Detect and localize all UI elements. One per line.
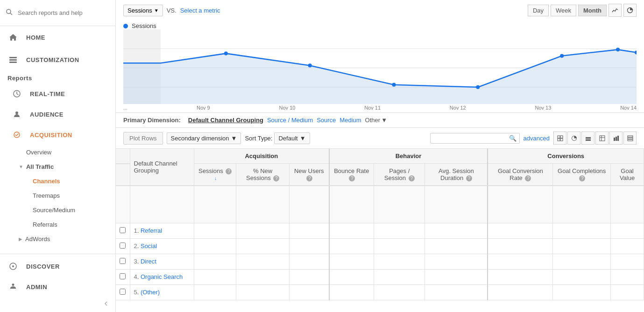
avg-session-help-icon[interactable]: ? bbox=[466, 175, 472, 181]
header-checkbox-col bbox=[116, 149, 130, 164]
svg-rect-29 bbox=[586, 139, 591, 139]
sidebar-item-discover[interactable]: DISCOVER bbox=[0, 256, 115, 277]
search-bar[interactable] bbox=[0, 0, 115, 26]
column-view-icon-button[interactable] bbox=[609, 132, 623, 145]
dim-link-medium[interactable]: Medium bbox=[340, 117, 361, 124]
row-4-checkbox[interactable] bbox=[116, 269, 130, 284]
row-5-checkbox[interactable] bbox=[116, 284, 130, 300]
summary-goal-conv bbox=[488, 186, 552, 223]
sort-type-dropdown[interactable]: Default ▼ bbox=[274, 132, 310, 144]
row-2-checkbox[interactable] bbox=[116, 238, 130, 254]
row-1-sessions bbox=[194, 223, 236, 238]
sidebar-item-audience[interactable]: AUDIENCE bbox=[0, 104, 115, 125]
summary-pct-new bbox=[236, 186, 290, 223]
table-row: 3. Direct bbox=[116, 254, 644, 269]
sidebar-item-home[interactable]: HOME bbox=[0, 26, 115, 49]
row-2-goal-conv bbox=[488, 238, 552, 254]
tree-item-source-medium[interactable]: Source/Medium bbox=[0, 203, 115, 217]
header-behavior-group: Behavior bbox=[329, 149, 488, 164]
sessions-sort-arrow[interactable]: ↓ bbox=[214, 176, 217, 181]
grid-view-icon-button[interactable] bbox=[553, 132, 566, 145]
row-4-link[interactable]: Organic Search bbox=[141, 273, 183, 280]
row-4-checkbox-input[interactable] bbox=[120, 273, 126, 279]
search-input[interactable] bbox=[18, 9, 110, 16]
pages-session-help-icon[interactable]: ? bbox=[409, 175, 415, 181]
bar-view-icon-button[interactable] bbox=[581, 132, 594, 145]
more-view-icon-button[interactable] bbox=[623, 132, 637, 145]
row-1-link[interactable]: Referral bbox=[141, 227, 162, 234]
dim-col-label: Default Channel Grouping bbox=[134, 160, 177, 174]
collapse-button[interactable] bbox=[0, 297, 115, 310]
tree-item-overview[interactable]: Overview bbox=[0, 145, 115, 159]
sidebar-item-acquisition[interactable]: ACQUISITION bbox=[0, 125, 115, 145]
sessions-legend-label: Sessions bbox=[132, 22, 156, 29]
svg-rect-2 bbox=[9, 57, 17, 58]
tree-item-all-traffic[interactable]: ▼ All Traffic bbox=[0, 159, 115, 174]
table-search-input[interactable] bbox=[433, 135, 508, 142]
vs-label: VS. bbox=[167, 7, 177, 14]
goal-completions-help-icon[interactable]: ? bbox=[579, 175, 585, 181]
overview-label: Overview bbox=[26, 149, 51, 156]
dim-link-source[interactable]: Source bbox=[317, 117, 336, 124]
row-1-new-users bbox=[290, 223, 329, 238]
row-1-goal-comp bbox=[553, 223, 611, 238]
sessions-help-icon[interactable]: ? bbox=[226, 168, 232, 174]
week-view-button[interactable]: Week bbox=[551, 5, 576, 16]
row-2-new-users bbox=[290, 238, 329, 254]
row-3-goal-comp bbox=[553, 254, 611, 269]
row-3-bounce bbox=[329, 254, 374, 269]
secondary-dim-dropdown[interactable]: Secondary dimension ▼ bbox=[167, 132, 241, 144]
sidebar-item-customization[interactable]: CUSTOMIZATION bbox=[0, 49, 115, 71]
pie-chart-icon-button[interactable] bbox=[623, 4, 637, 17]
svg-rect-31 bbox=[600, 136, 605, 141]
bounce-rate-help-icon[interactable]: ? bbox=[349, 175, 355, 181]
goal-conv-help-icon[interactable]: ? bbox=[525, 175, 531, 181]
other-arrow-icon: ▼ bbox=[381, 117, 387, 124]
pct-sessions-help-icon[interactable]: ? bbox=[273, 175, 279, 181]
row-3-checkbox[interactable] bbox=[116, 254, 130, 269]
secondary-dim-label: Secondary dimension bbox=[171, 135, 229, 142]
svg-point-6 bbox=[15, 111, 18, 114]
row-4-sessions bbox=[194, 269, 236, 284]
header-goal-value: Goal Value bbox=[611, 164, 644, 186]
row-4-num: 4 bbox=[134, 273, 137, 280]
day-view-button[interactable]: Day bbox=[528, 5, 549, 16]
dim-other-dropdown[interactable]: Other ▼ bbox=[365, 117, 387, 124]
tree-item-adwords[interactable]: ▶ AdWords bbox=[0, 232, 115, 246]
row-2-checkbox-input[interactable] bbox=[120, 243, 126, 249]
svg-point-0 bbox=[7, 9, 11, 14]
month-view-button[interactable]: Month bbox=[578, 5, 607, 16]
svg-rect-4 bbox=[9, 62, 17, 63]
row-3-link[interactable]: Direct bbox=[141, 258, 156, 265]
tree-item-referrals[interactable]: Referrals bbox=[0, 217, 115, 232]
sidebar-item-real-time[interactable]: REAL-TIME bbox=[0, 83, 115, 104]
row-3-avg bbox=[425, 254, 488, 269]
row-3-checkbox-input[interactable] bbox=[120, 258, 126, 264]
chart-svg-container bbox=[116, 29, 644, 104]
table-search-wrapper[interactable]: 🔍 bbox=[430, 133, 520, 144]
pie-view-icon-button[interactable] bbox=[567, 132, 580, 145]
tree-item-treemaps[interactable]: Treemaps bbox=[0, 188, 115, 203]
row-1-checkbox[interactable] bbox=[116, 223, 130, 238]
row-2-link[interactable]: Social bbox=[141, 243, 157, 250]
line-chart-icon-button[interactable] bbox=[609, 4, 622, 17]
tree-item-channels[interactable]: Channels bbox=[0, 174, 115, 188]
row-1-checkbox-input[interactable] bbox=[120, 227, 126, 233]
plot-rows-button[interactable]: Plot Rows bbox=[123, 132, 163, 145]
summary-dim-cell bbox=[130, 186, 194, 223]
table-area: Primary Dimension: Default Channel Group… bbox=[116, 113, 644, 312]
select-metric-link[interactable]: Select a metric bbox=[180, 7, 220, 14]
row-5-link[interactable]: (Other) bbox=[141, 289, 160, 296]
home-icon bbox=[7, 32, 19, 43]
sidebar-item-admin[interactable]: ADMIN bbox=[0, 277, 115, 297]
pivot-view-icon-button[interactable] bbox=[595, 132, 609, 145]
metric-dropdown[interactable]: Sessions ▼ bbox=[123, 5, 163, 16]
acquisition-label: ACQUISITION bbox=[30, 132, 72, 139]
reports-section-label: Reports bbox=[0, 71, 115, 83]
header-pct-new-sessions: % New Sessions ? bbox=[236, 164, 290, 186]
new-users-help-icon[interactable]: ? bbox=[306, 175, 312, 181]
dim-link-default-channel[interactable]: Default Channel Grouping bbox=[188, 117, 263, 124]
dim-link-source-medium[interactable]: Source / Medium bbox=[267, 117, 313, 124]
advanced-link[interactable]: advanced bbox=[524, 135, 550, 142]
row-5-checkbox-input[interactable] bbox=[120, 289, 126, 295]
